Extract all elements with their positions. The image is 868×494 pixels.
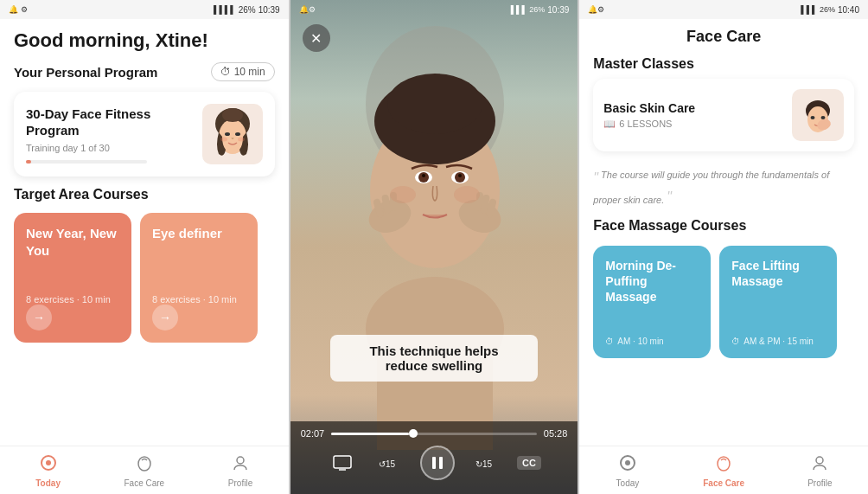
massage-card-2-time: AM & PM · 15 min (744, 337, 814, 346)
close-button[interactable]: ✕ (303, 24, 330, 52)
nav-profile-label: Profile (228, 478, 252, 488)
clock-icon-1: ⏱ (605, 337, 614, 346)
profile-icon (231, 453, 250, 477)
course-card-2-arrow[interactable]: → (152, 305, 178, 330)
video-progress-fill (331, 433, 409, 435)
controls-row: ↺15 ↻15 CC (301, 446, 568, 480)
master-face-illustration (796, 92, 839, 139)
massage-card-2-title: Face Lifting Massage (731, 258, 825, 289)
svg-point-31 (390, 186, 416, 203)
master-card-1-image (792, 89, 844, 141)
personal-program-header: Your Personal Program ⏱ 10 min (14, 62, 275, 81)
nav3-profile[interactable]: Profile (772, 453, 868, 488)
svg-point-5 (238, 137, 245, 141)
program-card[interactable]: 30-Day Face Fitness Program Training day… (14, 92, 275, 176)
svg-point-10 (237, 457, 244, 464)
nav-today[interactable]: Today (0, 453, 96, 488)
nav-profile[interactable]: Profile (192, 453, 288, 488)
massage-card-1[interactable]: Morning De-Puffing Massage ⏱ AM · 10 min (593, 246, 711, 358)
cc-button[interactable]: CC (517, 456, 541, 470)
massage-courses-title: Face Massage Courses (593, 218, 854, 234)
massage-row: Morning De-Puffing Massage ⏱ AM · 10 min… (579, 246, 868, 358)
massage-card-2[interactable]: Face Lifting Massage ⏱ AM & PM · 15 min (719, 246, 837, 358)
nav3-today-label: Today (616, 478, 640, 488)
quote-icon-right: " (667, 189, 672, 204)
course-card-2[interactable]: Eye definer 8 exercises · 10 min → (140, 213, 258, 343)
clock-icon: ⏱ (220, 66, 231, 78)
svg-point-48 (816, 457, 823, 464)
screen-video: 🔔⚙ ▌▌▌ 26% 10:39 (290, 0, 578, 494)
battery-text: 26% (239, 5, 256, 15)
course-card-1-sub: 8 exercises · 10 min (26, 294, 119, 305)
progress-bar-fill (26, 160, 31, 164)
rewind-button[interactable]: ↺15 (373, 447, 405, 478)
time-badge-value: 10 min (234, 66, 265, 78)
page-title: Face Care (579, 19, 868, 51)
nav3-today-icon (618, 453, 637, 477)
svg-text:15: 15 (386, 459, 396, 469)
courses-row: New Year, New You 8 exercises · 10 min →… (14, 213, 275, 343)
master-card-1[interactable]: Basic Skin Care 📖 6 LESSONS (593, 79, 854, 151)
s3-status-right: ▌▌▌ 26% 10:40 (801, 5, 859, 15)
status-icons-left: 🔔 ⚙ (9, 5, 28, 14)
lessons-text: 6 LESSONS (619, 119, 672, 129)
status-right: ▌▌▌▌ 26% 10:39 (214, 5, 280, 15)
screen-today: 🔔 ⚙ ▌▌▌▌ 26% 10:39 Good morning, Xtine! … (0, 0, 289, 494)
course-card-1[interactable]: New Year, New You 8 exercises · 10 min → (14, 213, 131, 343)
quote-text: " The course will guide you through the … (579, 164, 868, 213)
master-card-1-info: Basic Skin Care 📖 6 LESSONS (603, 101, 783, 130)
quote-content: The course will guide you through the fu… (593, 170, 829, 205)
svg-point-21 (422, 174, 425, 177)
massage-card-2-sub: ⏱ AM & PM · 15 min (731, 337, 825, 346)
nav-face-care-label: Face Care (124, 478, 164, 488)
pause-button[interactable] (420, 446, 455, 480)
status-bar-3: 🔔⚙ ▌▌▌ 26% 10:40 (579, 0, 868, 19)
nav3-face-care-label: Face Care (703, 478, 744, 488)
svg-point-3 (235, 132, 240, 136)
master-card-1-lessons: 📖 6 LESSONS (603, 119, 783, 130)
svg-text:↻: ↻ (475, 459, 482, 469)
clock-icon-2: ⏱ (731, 337, 740, 346)
svg-text:15: 15 (482, 459, 493, 469)
nav-face-care[interactable]: Face Care (96, 453, 192, 488)
svg-point-6 (222, 108, 243, 122)
nav3-today[interactable]: Today (579, 453, 675, 488)
video-progress-bar[interactable] (331, 433, 537, 435)
greeting-text: Good morning, Xtine! (14, 29, 275, 52)
time-badge: ⏱ 10 min (211, 62, 275, 81)
course-card-1-arrow[interactable]: → (26, 305, 52, 330)
book-icon: 📖 (603, 119, 616, 130)
screen-mode-button[interactable] (327, 447, 358, 478)
nav3-profile-label: Profile (807, 478, 832, 488)
massage-card-1-time: AM · 10 min (617, 337, 663, 346)
status-bar-2: 🔔⚙ ▌▌▌ 26% 10:39 (290, 0, 578, 19)
progress-bar-bg (26, 160, 147, 164)
svg-point-2 (225, 132, 230, 136)
s3-battery: 26% (820, 5, 835, 14)
s3-status-left: 🔔⚙ (588, 5, 604, 14)
video-background (290, 0, 578, 494)
forward-button[interactable]: ↻15 (470, 447, 501, 478)
time-current: 02:07 (301, 428, 325, 439)
screen1-content: Good morning, Xtine! Your Personal Progr… (0, 19, 289, 446)
s3-time: 10:40 (838, 5, 859, 15)
master-card-1-title: Basic Skin Care (603, 101, 783, 115)
svg-point-8 (46, 460, 51, 465)
nav3-face-care[interactable]: Face Care (676, 453, 772, 488)
personal-program-title: Your Personal Program (14, 65, 157, 80)
video-person (290, 0, 578, 450)
notification-icon: 🔔 (9, 5, 18, 14)
course-card-2-bottom: 8 exercises · 10 min → (152, 294, 246, 330)
s2-status-right: ▌▌▌ 26% 10:39 (511, 5, 570, 15)
course-card-2-title: Eye definer (152, 225, 246, 242)
bottom-nav-1: Today Face Care Profile (0, 446, 289, 494)
s2-battery: 26% (529, 5, 545, 14)
today-icon (39, 453, 58, 477)
svg-point-42 (810, 116, 814, 119)
svg-point-32 (454, 186, 480, 203)
svg-point-46 (625, 460, 630, 465)
program-card-image (202, 104, 263, 164)
nav3-profile-icon (810, 453, 829, 477)
nav3-face-care-icon (714, 453, 733, 477)
svg-point-16 (387, 74, 482, 134)
